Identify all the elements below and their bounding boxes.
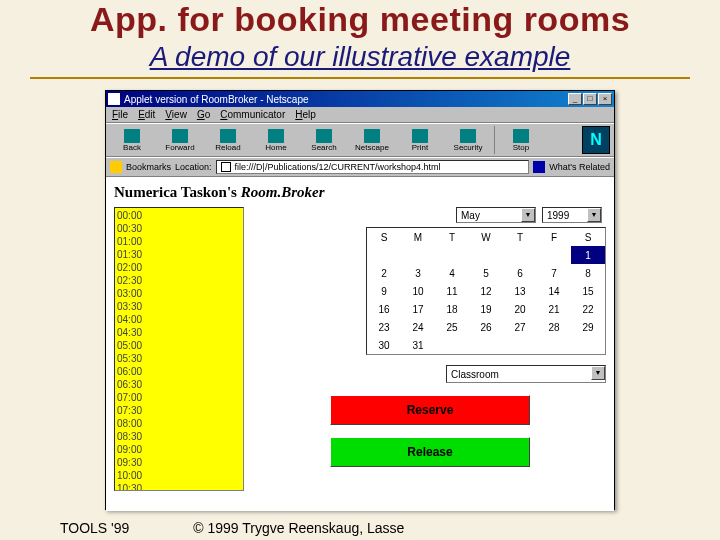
time-slot[interactable]: 00:00 [117,210,241,223]
search-icon [316,129,332,143]
search-button[interactable]: Search [302,125,346,155]
calendar-day[interactable]: 26 [469,318,503,336]
calendar-day[interactable]: 22 [571,300,605,318]
time-slot[interactable]: 02:30 [117,275,241,288]
calendar-day[interactable]: 19 [469,300,503,318]
whats-related-icon[interactable] [533,161,545,173]
time-slot[interactable]: 08:30 [117,431,241,444]
calendar-day[interactable]: 28 [537,318,571,336]
reserve-button[interactable]: Reserve [330,395,530,425]
calendar-day[interactable]: 16 [367,300,401,318]
calendar-day [469,336,503,354]
release-button[interactable]: Release [330,437,530,467]
time-slot[interactable]: 09:00 [117,444,241,457]
calendar-day[interactable]: 27 [503,318,537,336]
year-select[interactable]: 1999 ▼ [542,207,602,223]
time-slot[interactable]: 05:00 [117,340,241,353]
calendar-day[interactable]: 9 [367,282,401,300]
forward-button[interactable]: Forward [158,125,202,155]
year-selected: 1999 [547,210,569,221]
calendar-day[interactable]: 18 [435,300,469,318]
search-label: Search [311,143,336,152]
calendar-day[interactable]: 23 [367,318,401,336]
menu-communicator[interactable]: Communicator [220,109,285,120]
calendar-day[interactable]: 5 [469,264,503,282]
netscape-button[interactable]: Netscape [350,125,394,155]
calendar-day[interactable]: 21 [537,300,571,318]
netscape-label: Netscape [355,143,389,152]
calendar-day[interactable]: 12 [469,282,503,300]
time-slot[interactable]: 07:30 [117,405,241,418]
brand-label: Numerica Taskon's [114,184,237,200]
back-icon [124,129,140,143]
calendar-day[interactable]: 17 [401,300,435,318]
time-slot[interactable]: 00:30 [117,223,241,236]
calendar-day[interactable]: 15 [571,282,605,300]
calendar-day [435,246,469,264]
time-slot[interactable]: 01:30 [117,249,241,262]
calendar-day[interactable]: 25 [435,318,469,336]
time-slot[interactable]: 04:00 [117,314,241,327]
calendar-day[interactable]: 31 [401,336,435,354]
month-select[interactable]: May ▼ [456,207,536,223]
time-slot[interactable]: 03:00 [117,288,241,301]
reload-button[interactable]: Reload [206,125,250,155]
calendar-day-header: T [435,228,469,246]
room-select[interactable]: Classroom ▼ [446,365,606,383]
calendar-day [367,246,401,264]
calendar-day[interactable]: 29 [571,318,605,336]
time-slot-list[interactable]: 00:0000:3001:0001:3002:0002:3003:0003:30… [114,207,244,491]
menu-file[interactable]: File [112,109,128,120]
time-slot[interactable]: 10:00 [117,470,241,483]
bookmarks-label[interactable]: Bookmarks [126,162,171,172]
time-slot[interactable]: 06:30 [117,379,241,392]
calendar-day[interactable]: 11 [435,282,469,300]
calendar-day[interactable]: 14 [537,282,571,300]
location-input[interactable]: file:///D|/Publications/12/CURRENT/works… [216,160,530,174]
calendar-day[interactable]: 7 [537,264,571,282]
time-slot[interactable]: 03:30 [117,301,241,314]
calendar-day[interactable]: 10 [401,282,435,300]
print-label: Print [412,143,428,152]
time-slot[interactable]: 08:00 [117,418,241,431]
security-button[interactable]: Security [446,125,490,155]
menu-view[interactable]: View [165,109,187,120]
calendar[interactable]: SMTWTFS123456789101112131415161718192021… [366,227,606,355]
close-button[interactable]: × [598,93,612,105]
calendar-day[interactable]: 20 [503,300,537,318]
calendar-day[interactable]: 30 [367,336,401,354]
calendar-day[interactable]: 13 [503,282,537,300]
calendar-day [435,336,469,354]
room-selected: Classroom [451,369,499,380]
time-slot[interactable]: 07:00 [117,392,241,405]
calendar-day[interactable]: 2 [367,264,401,282]
calendar-day[interactable]: 8 [571,264,605,282]
back-button[interactable]: Back [110,125,154,155]
menu-edit[interactable]: Edit [138,109,155,120]
whats-related-label[interactable]: What's Related [549,162,610,172]
calendar-day[interactable]: 4 [435,264,469,282]
home-button[interactable]: Home [254,125,298,155]
calendar-day[interactable]: 1 [571,246,605,264]
calendar-day[interactable]: 3 [401,264,435,282]
stop-button[interactable]: Stop [499,125,543,155]
menu-go[interactable]: Go [197,109,210,120]
time-slot[interactable]: 10:30 [117,483,241,491]
chevron-down-icon: ▼ [521,208,535,222]
time-slot[interactable]: 06:00 [117,366,241,379]
maximize-button[interactable]: □ [583,93,597,105]
calendar-day-header: T [503,228,537,246]
time-slot[interactable]: 09:30 [117,457,241,470]
slide-title: App. for booking meeting rooms [0,0,720,39]
time-slot[interactable]: 05:30 [117,353,241,366]
bookmarks-icon[interactable] [110,161,122,173]
forward-label: Forward [165,143,194,152]
minimize-button[interactable]: _ [568,93,582,105]
time-slot[interactable]: 01:00 [117,236,241,249]
menu-help[interactable]: Help [295,109,316,120]
time-slot[interactable]: 04:30 [117,327,241,340]
time-slot[interactable]: 02:00 [117,262,241,275]
calendar-day[interactable]: 6 [503,264,537,282]
calendar-day[interactable]: 24 [401,318,435,336]
print-button[interactable]: Print [398,125,442,155]
